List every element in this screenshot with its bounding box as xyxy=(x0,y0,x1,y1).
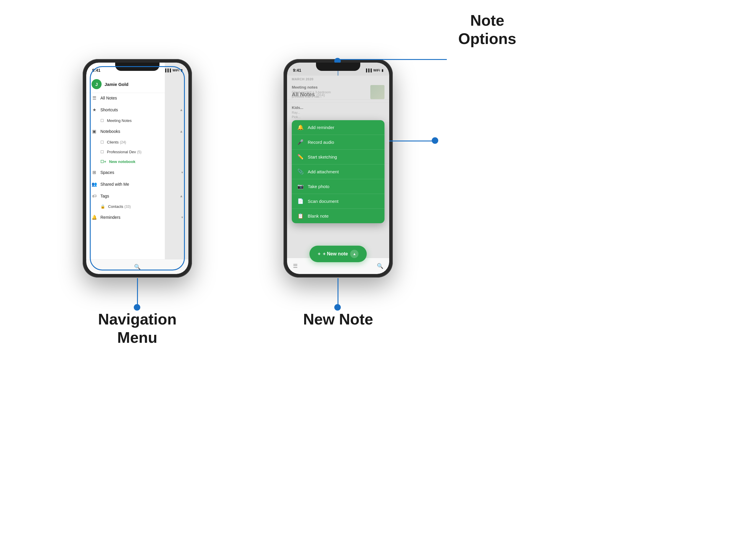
microphone-icon: 🎤 xyxy=(297,139,304,145)
wifi-icon: WiFi xyxy=(373,69,380,72)
sidebar-item-clients[interactable]: ☐ Clients (24) xyxy=(86,137,188,147)
left-phone: 9:41 ▐▐▐ WiFi ▮ J Jamie Gold ⚙ xyxy=(83,59,192,277)
option-label: Scan document xyxy=(308,199,338,204)
chevron-up-icon: ▲ xyxy=(180,108,183,112)
status-time: 9:41 xyxy=(92,68,100,72)
annotation-dot-newnote xyxy=(334,304,341,311)
status-icons: ▐▐▐ WiFi ▮ xyxy=(365,69,383,72)
sidebar-item-professional-dev[interactable]: ☐ Professional Dev (5) xyxy=(86,147,188,157)
option-label: Add reminder xyxy=(308,125,334,130)
annotation-line-options-h xyxy=(338,59,447,60)
sidebar-item-label: Reminders xyxy=(100,215,181,220)
navigation-menu-label: NavigationMenu xyxy=(83,310,192,347)
shared-icon: 👥 xyxy=(92,182,97,187)
scan-icon: 📄 xyxy=(297,198,304,204)
sidebar-item-spaces[interactable]: ⊞ Spaces ▾ xyxy=(86,166,188,178)
pencil-icon: ✏️ xyxy=(297,154,304,160)
new-note-button[interactable]: + + New note ▲ xyxy=(310,246,367,262)
sidebar-item-notebooks[interactable]: ▣ Notebooks ▲ xyxy=(86,126,188,137)
battery-icon: ▮ xyxy=(181,69,182,72)
option-add-attachment[interactable]: 📎 Add attachment xyxy=(292,164,384,179)
new-note-label: + New note xyxy=(323,251,348,257)
add-notebook-icon: ☐+ xyxy=(100,159,106,164)
option-label: Start sketching xyxy=(308,155,337,159)
sidebar-item-all-notes[interactable]: ☰ All Notes xyxy=(86,92,188,104)
spaces-icon: ⊞ xyxy=(92,170,97,175)
sub-item-count: (33) xyxy=(124,205,130,209)
sub-item-count: (24) xyxy=(120,140,126,144)
note-options-label: NoteOptions xyxy=(437,11,538,48)
option-take-photo[interactable]: 📷 Take photo xyxy=(292,179,384,194)
notch xyxy=(316,63,360,71)
chevron-down-icon: ▾ xyxy=(181,170,183,175)
sidebar-item-shared-with-me[interactable]: 👥 Shared with Me xyxy=(86,178,188,190)
chevron-up-icon: ▲ xyxy=(180,194,183,198)
annotation-line-nav xyxy=(137,278,138,305)
note-icon: ☐ xyxy=(100,118,104,123)
avatar: J xyxy=(92,79,101,89)
battery-icon: ▮ xyxy=(381,69,383,72)
annotation-dot-nav xyxy=(134,304,140,311)
new-note-title: New Note xyxy=(284,310,393,328)
hamburger-icon[interactable]: ☰ xyxy=(293,263,298,269)
reminder-icon: 🔔 xyxy=(297,124,304,130)
option-scan-document[interactable]: 📄 Scan document xyxy=(292,194,384,209)
note-options-title: NoteOptions xyxy=(437,11,538,48)
sidebar-item-label: Shared with Me xyxy=(100,182,183,186)
right-phone: 9:41 ▐▐▐ WiFi ▮ All Notes (314) MARCH 20… xyxy=(284,59,393,277)
paperclip-icon: 📎 xyxy=(297,169,304,175)
nav-menu-title: NavigationMenu xyxy=(83,310,192,347)
sidebar-item-label: Notebooks xyxy=(100,129,180,134)
option-label: Add attachment xyxy=(308,169,339,174)
new-note-label-annotation: New Note xyxy=(284,310,393,328)
notebook-icon: ☐ xyxy=(100,140,104,144)
sidebar-item-label: Shortcuts xyxy=(100,107,180,112)
sub-item-label: Contacts xyxy=(108,204,123,209)
signal-icon: ▐▐▐ xyxy=(164,69,171,72)
option-start-sketching[interactable]: ✏️ Start sketching xyxy=(292,150,384,164)
sidebar-item-meeting-notes[interactable]: ☐ Meeting Notes xyxy=(86,116,188,126)
lock-icon: 🔒 xyxy=(100,204,105,209)
sidebar-item-new-notebook[interactable]: ☐+ New notebook xyxy=(86,157,188,166)
option-label: Record audio xyxy=(308,140,334,145)
nav-list: ☰ All Notes ★ Shortcuts ▲ ☐ Meeting Note… xyxy=(86,92,188,223)
option-label: Blank note xyxy=(308,213,329,218)
sub-item-label: Clients xyxy=(107,140,119,144)
search-icon: 🔍 xyxy=(134,264,141,270)
notebooks-icon: ▣ xyxy=(92,129,97,134)
sidebar-item-tags[interactable]: 🏷 Tags ▲ xyxy=(86,190,188,202)
camera-icon: 📷 xyxy=(297,183,304,189)
sub-item-label: Professional Dev xyxy=(107,150,136,154)
chevron-up-icon[interactable]: ▲ xyxy=(350,250,358,258)
option-record-audio[interactable]: 🎤 Record audio xyxy=(292,135,384,150)
blank-note-icon: 📋 xyxy=(297,213,304,219)
option-blank-note[interactable]: 📋 Blank note xyxy=(292,209,384,223)
sidebar-item-label: All Notes xyxy=(100,96,183,100)
option-add-reminder[interactable]: 🔔 Add reminder xyxy=(292,120,384,135)
sub-item-label: Meeting Notes xyxy=(107,118,132,123)
shortcuts-icon: ★ xyxy=(92,107,97,112)
search-icon[interactable]: 🔍 xyxy=(377,263,383,269)
annotation-dot-attachment xyxy=(432,137,438,144)
chevron-down-icon: ▾ xyxy=(181,215,183,219)
annotation-line-attachment xyxy=(388,141,433,141)
sidebar-item-shortcuts[interactable]: ★ Shortcuts ▲ xyxy=(86,104,188,116)
sub-item-count: (5) xyxy=(137,150,141,154)
sidebar-item-reminders[interactable]: 🔔 Reminders ▾ xyxy=(86,211,188,223)
reminders-icon: 🔔 xyxy=(92,215,97,220)
notebook-icon: ☐ xyxy=(100,150,104,154)
status-time: 9:41 xyxy=(293,68,301,72)
wifi-icon: WiFi xyxy=(173,69,179,72)
all-notes-icon: ☰ xyxy=(92,95,97,101)
signal-icon: ▐▐▐ xyxy=(365,69,372,72)
sub-item-label: New notebook xyxy=(109,159,135,164)
sidebar-item-contacts[interactable]: 🔒 Contacts (33) xyxy=(86,202,188,211)
plus-icon: + xyxy=(318,251,321,257)
status-icons: ▐▐▐ WiFi ▮ xyxy=(164,69,182,72)
tags-icon: 🏷 xyxy=(92,193,97,198)
option-label: Take photo xyxy=(308,184,329,189)
sidebar-item-label: Spaces xyxy=(100,170,181,175)
search-bar[interactable]: 🔍 xyxy=(86,259,188,274)
chevron-up-icon: ▲ xyxy=(180,129,183,133)
annotation-line-newnote xyxy=(338,278,338,305)
